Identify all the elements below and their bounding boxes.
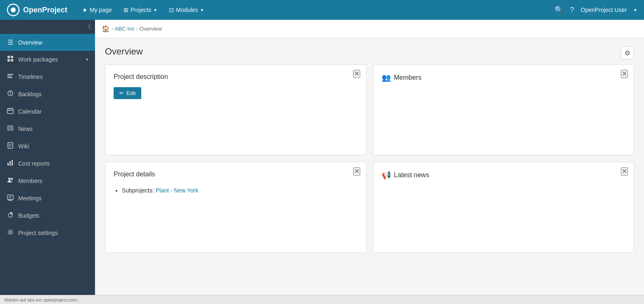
overview-settings-button[interactable]: ⚙ [621,46,634,59]
sidebar-item-budgets[interactable]: Budgets [0,207,95,224]
sidebar-item-label: Cost reports [18,160,88,167]
latest-news-title: 📢 Latest news [382,171,626,180]
sidebar-item-timelines[interactable]: Timelines [0,68,95,86]
news-card-icon: 📢 [382,171,391,180]
modules-label: Modules [176,7,198,13]
home-icon[interactable]: 🏠 [102,25,110,33]
sidebar-item-label: Work packages [18,56,82,63]
sidebar-item-label: Budgets [18,212,88,219]
close-latest-news-button[interactable]: ✕ [621,167,628,176]
subprojects-label: Subprojects: [122,187,154,194]
svg-rect-23 [10,161,11,166]
svg-rect-5 [11,59,13,62]
overview-icon: ☰ [7,38,14,46]
latest-news-card: ✕ 📢 Latest news [373,162,634,253]
timelines-icon [7,73,14,81]
layers-icon: ⊞ [124,7,128,13]
chevron-down-icon-2: ▼ [200,8,204,12]
budgets-icon [7,211,14,220]
close-project-description-button[interactable]: ✕ [353,70,360,78]
page-title: Overview [105,46,143,57]
edit-project-description-button[interactable]: ✏ Edit [114,87,141,99]
sidebar-collapse-button[interactable]: 《 [0,20,95,34]
sidebar-item-news[interactable]: News [0,120,95,138]
page-header: Overview ⚙ [95,38,644,64]
sidebar-item-label: Overview [18,39,88,46]
overview-grid: ✕ Project description ✏ Edit ✕ 👥 Members [95,64,644,263]
app-layout: 《 ☰ Overview Work packages ▾ Timelines B… [0,20,644,304]
sidebar-item-work-packages[interactable]: Work packages ▾ [0,51,95,68]
main-content: 🏠 › ABC Inc › Overview Overview ⚙ ✕ Proj… [95,20,644,304]
help-icon[interactable]: ? [570,6,574,14]
my-page-label: My page [90,7,112,13]
members-icon [7,177,14,185]
project-details-title: Project details [114,171,358,178]
app-name: OpenProject [23,6,67,14]
breadcrumb: 🏠 › ABC Inc › Overview [95,20,644,38]
sidebar-item-label: Timelines [18,74,88,80]
svg-rect-27 [7,195,13,200]
sidebar-item-cost-reports[interactable]: Cost reports [0,155,95,172]
meetings-icon [7,194,14,202]
news-icon [7,125,14,133]
my-page-nav[interactable]: ★ My page [77,4,117,16]
user-chevron-icon: ▼ [633,8,637,12]
latest-news-label: Latest news [394,171,429,179]
svg-rect-22 [7,163,9,166]
svg-rect-8 [7,77,12,78]
close-members-button[interactable]: ✕ [621,70,628,78]
breadcrumb-sep-2: › [136,26,138,32]
work-packages-icon [7,55,14,64]
sidebar-item-label: Wiki [18,143,88,150]
members-card: ✕ 👥 Members [373,64,634,155]
svg-rect-6 [7,74,13,75]
svg-rect-2 [7,56,10,58]
sidebar-item-calendar[interactable]: Calendar [0,103,95,120]
user-menu[interactable]: OpenProject User [581,7,627,13]
svg-point-25 [8,178,11,180]
nav-items: ★ My page ⊞ Projects ▼ ⊡ Modules ▼ [77,4,554,16]
sidebar-item-project-settings[interactable]: Project settings [0,224,95,242]
members-card-title: 👥 Members [382,73,626,82]
sidebar-item-backlogs[interactable]: Backlogs [0,86,95,103]
project-details-label: Project details [114,171,155,178]
sidebar: 《 ☰ Overview Work packages ▾ Timelines B… [0,20,95,304]
subproject-link[interactable]: Plant - New York [156,187,199,194]
app-logo[interactable]: OpenProject [7,3,67,17]
expand-arrow-icon: ▾ [86,57,88,62]
subprojects-list: Subprojects: Plant - New York [114,185,358,196]
chevron-down-icon: ▼ [153,8,157,12]
sidebar-item-members[interactable]: Members [0,172,95,190]
pencil-icon: ✏ [119,90,124,96]
sidebar-item-label: Members [18,178,88,184]
project-details-card: ✕ Project details Subprojects: Plant - N… [105,162,366,253]
backlogs-icon [7,90,14,98]
sidebar-item-meetings[interactable]: Meetings [0,190,95,207]
svg-point-26 [11,178,13,180]
members-card-icon: 👥 [382,73,391,82]
breadcrumb-project[interactable]: ABC Inc [115,26,135,32]
sidebar-item-overview[interactable]: ☰ Overview [0,34,95,51]
sidebar-item-label: Project settings [18,230,88,236]
close-project-details-button[interactable]: ✕ [353,167,360,176]
project-settings-icon [7,229,14,237]
top-nav-right: 🔍 ? OpenProject User ▼ [554,5,637,14]
modules-icon: ⊡ [169,7,174,13]
breadcrumb-sep-1: › [112,26,113,32]
calendar-icon [7,107,14,116]
status-bar: Warten auf abc-inc.openproject.com... [0,295,644,304]
sidebar-item-label: Meetings [18,195,88,202]
projects-label: Projects [131,7,152,13]
sidebar-item-wiki[interactable]: Wiki [0,138,95,155]
projects-nav[interactable]: ⊞ Projects ▼ [119,4,162,16]
list-item: Subprojects: Plant - New York [122,185,358,196]
project-description-card: ✕ Project description ✏ Edit [105,64,366,155]
search-icon[interactable]: 🔍 [554,5,563,14]
breadcrumb-current: Overview [140,26,162,32]
project-description-title: Project description [114,73,358,81]
svg-rect-4 [7,59,10,62]
modules-nav[interactable]: ⊡ Modules ▼ [164,4,209,16]
svg-point-34 [9,231,12,233]
sidebar-item-label: News [18,126,88,132]
sidebar-item-label: Backlogs [18,91,88,97]
